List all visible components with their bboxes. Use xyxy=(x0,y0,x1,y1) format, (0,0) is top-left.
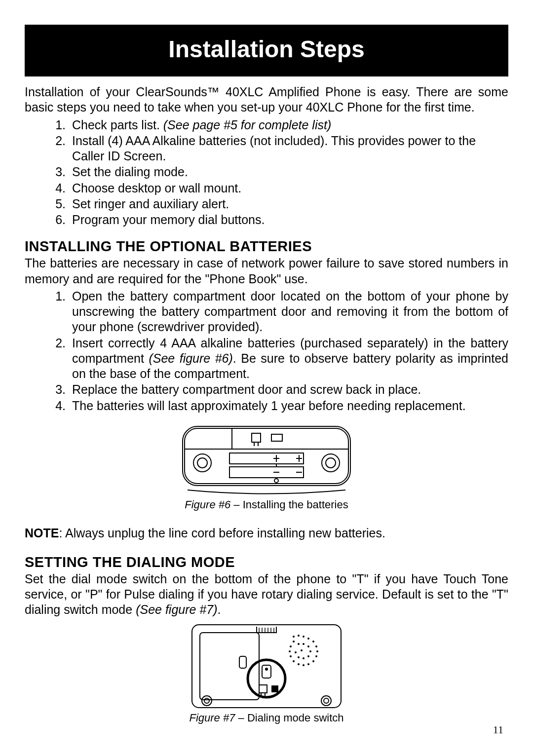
svg-point-49 xyxy=(307,645,309,647)
svg-point-30 xyxy=(293,636,295,638)
step-text: Check parts list. xyxy=(72,118,163,132)
svg-point-21 xyxy=(274,479,278,483)
dial-ref: (See figure #7) xyxy=(136,603,217,616)
figure-text: – Dialing mode switch xyxy=(235,712,343,724)
svg-point-5 xyxy=(326,458,336,468)
intro-paragraph: Installation of your ClearSounds™ 40XLC … xyxy=(25,84,508,115)
note-label: NOTE xyxy=(25,526,59,540)
svg-point-48 xyxy=(303,643,305,645)
page-title: Installation Steps xyxy=(25,25,508,76)
svg-rect-22 xyxy=(192,625,341,708)
list-item: Install (4) AAA Alkaline batteries (not … xyxy=(69,133,508,164)
svg-point-38 xyxy=(312,660,314,662)
svg-point-41 xyxy=(298,663,300,665)
figure-label: Figure #7 xyxy=(189,712,235,724)
list-item: Choose desktop or wall mount. xyxy=(69,181,508,196)
svg-point-63 xyxy=(202,696,212,706)
list-item: Open the battery compartment door locate… xyxy=(69,289,508,335)
svg-rect-1 xyxy=(185,428,348,484)
svg-point-32 xyxy=(303,636,305,638)
svg-point-31 xyxy=(298,635,300,637)
list-item: Set ringer and auxiliary alert. xyxy=(69,196,508,212)
svg-point-33 xyxy=(307,638,309,640)
svg-point-4 xyxy=(322,454,340,472)
svg-point-66 xyxy=(324,698,329,703)
setup-steps-list: Check parts list. (See page #5 for compl… xyxy=(25,117,508,228)
svg-point-35 xyxy=(315,645,317,647)
note: NOTE: Always unplug the line cord before… xyxy=(25,526,508,540)
list-item: Set the dialing mode. xyxy=(69,164,508,180)
svg-point-42 xyxy=(293,660,295,662)
list-item: Program your memory dial buttons. xyxy=(69,212,508,227)
svg-rect-11 xyxy=(271,434,282,441)
dialing-paragraph: Set the dial mode switch on the bottom o… xyxy=(25,571,508,618)
svg-point-51 xyxy=(307,655,309,657)
svg-point-64 xyxy=(204,698,209,703)
figure-6: Figure #6 – Installing the batteries xyxy=(25,423,508,511)
svg-rect-13 xyxy=(229,467,304,478)
svg-point-45 xyxy=(290,645,292,647)
dial-text: Set the dial mode switch on the bottom o… xyxy=(25,572,508,617)
svg-point-3 xyxy=(197,458,207,468)
list-item: The batteries will last approximately 1 … xyxy=(69,398,508,414)
svg-point-46 xyxy=(293,641,295,643)
step-ref: (See page #5 for complete list) xyxy=(163,118,331,132)
svg-point-52 xyxy=(303,657,305,659)
figure-7-caption: Figure #7 – Dialing mode switch xyxy=(25,712,508,724)
svg-rect-12 xyxy=(229,453,304,464)
svg-point-34 xyxy=(312,641,314,643)
svg-point-53 xyxy=(298,656,300,658)
batteries-intro: The batteries are necessary in case of n… xyxy=(25,256,508,287)
dial-text: . xyxy=(218,603,221,616)
dialing-switch-icon xyxy=(190,622,343,711)
svg-rect-59 xyxy=(259,685,267,693)
svg-point-40 xyxy=(303,664,305,666)
svg-point-43 xyxy=(290,655,292,657)
svg-point-44 xyxy=(289,650,291,652)
figure-7: Figure #7 – Dialing mode switch xyxy=(25,622,508,724)
battery-compartment-icon xyxy=(178,423,355,497)
svg-point-47 xyxy=(298,643,300,645)
figure-text: – Installing the batteries xyxy=(230,498,348,511)
svg-rect-8 xyxy=(252,433,261,442)
svg-point-58 xyxy=(265,668,268,671)
svg-point-54 xyxy=(295,651,297,653)
page-number: 11 xyxy=(493,723,503,736)
battery-steps-list: Open the battery compartment door locate… xyxy=(25,289,508,414)
svg-point-36 xyxy=(316,650,318,652)
svg-rect-62 xyxy=(272,686,278,692)
svg-point-65 xyxy=(321,696,331,706)
figure-6-caption: Figure #6 – Installing the batteries xyxy=(25,498,508,511)
svg-rect-57 xyxy=(262,665,271,678)
section-heading-dialing: SETTING THE DIALING MODE xyxy=(25,554,508,570)
svg-point-37 xyxy=(315,655,317,657)
list-item: Replace the battery compartment door and… xyxy=(69,382,508,397)
figure-label: Figure #6 xyxy=(185,498,230,511)
section-heading-batteries: INSTALLING THE OPTIONAL BATTERIES xyxy=(25,238,508,255)
step-ref: (See figure #6) xyxy=(149,351,232,365)
svg-point-50 xyxy=(309,650,311,652)
svg-point-39 xyxy=(307,663,309,665)
list-item: Check parts list. (See page #5 for compl… xyxy=(69,117,508,133)
svg-point-2 xyxy=(193,454,211,472)
note-text: : Always unplug the line cord before ins… xyxy=(59,526,385,540)
svg-rect-67 xyxy=(239,656,246,668)
svg-point-55 xyxy=(301,649,303,651)
list-item: Insert correctly 4 AAA alkaline batterie… xyxy=(69,336,508,382)
